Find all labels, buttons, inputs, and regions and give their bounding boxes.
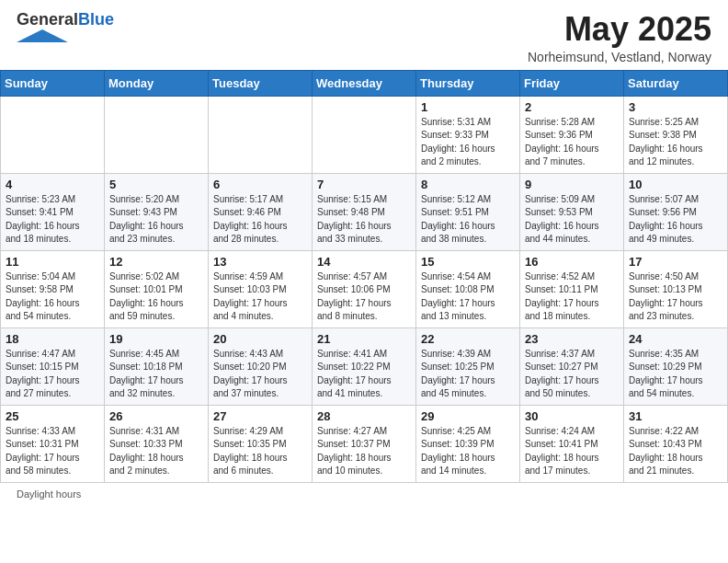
table-row: 14Sunrise: 4:57 AM Sunset: 10:06 PM Dayl…: [313, 250, 416, 327]
calendar-week-row: 25Sunrise: 4:33 AM Sunset: 10:31 PM Dayl…: [1, 405, 728, 482]
day-info: Sunrise: 4:35 AM Sunset: 10:29 PM Daylig…: [629, 348, 722, 401]
day-number: 11: [6, 255, 99, 269]
day-info: Sunrise: 5:07 AM Sunset: 9:56 PM Dayligh…: [629, 193, 722, 247]
calendar-header-row: Sunday Monday Tuesday Wednesday Thursday…: [1, 70, 728, 96]
day-number: 23: [525, 332, 619, 346]
table-row: 13Sunrise: 4:59 AM Sunset: 10:03 PM Dayl…: [209, 250, 313, 327]
logo-icon: [17, 29, 68, 42]
day-number: 2: [525, 100, 619, 114]
day-info: Sunrise: 4:59 AM Sunset: 10:03 PM Daylig…: [213, 270, 307, 324]
day-info: Sunrise: 4:54 AM Sunset: 10:08 PM Daylig…: [421, 270, 515, 324]
table-row: 26Sunrise: 4:31 AM Sunset: 10:33 PM Dayl…: [105, 405, 209, 482]
day-number: 25: [6, 409, 99, 423]
table-row: 22Sunrise: 4:39 AM Sunset: 10:25 PM Dayl…: [416, 327, 520, 405]
day-number: 14: [317, 255, 411, 269]
table-row: 19Sunrise: 4:45 AM Sunset: 10:18 PM Dayl…: [105, 327, 209, 405]
day-info: Sunrise: 4:31 AM Sunset: 10:33 PM Daylig…: [109, 425, 203, 478]
col-thursday: Thursday: [416, 70, 520, 96]
day-info: Sunrise: 5:31 AM Sunset: 9:33 PM Dayligh…: [421, 116, 515, 169]
svg-marker-0: [17, 29, 68, 42]
table-row: [209, 96, 313, 173]
calendar-table: Sunday Monday Tuesday Wednesday Thursday…: [0, 70, 728, 483]
table-row: 25Sunrise: 4:33 AM Sunset: 10:31 PM Dayl…: [1, 405, 105, 482]
day-number: 4: [6, 178, 99, 191]
day-info: Sunrise: 4:37 AM Sunset: 10:27 PM Daylig…: [525, 348, 619, 401]
day-number: 24: [629, 332, 722, 346]
col-wednesday: Wednesday: [313, 70, 416, 96]
table-row: 11Sunrise: 5:04 AM Sunset: 9:58 PM Dayli…: [1, 250, 105, 327]
day-info: Sunrise: 4:41 AM Sunset: 10:22 PM Daylig…: [317, 348, 411, 401]
day-number: 22: [421, 332, 515, 346]
day-info: Sunrise: 4:57 AM Sunset: 10:06 PM Daylig…: [317, 270, 411, 324]
table-row: 31Sunrise: 4:22 AM Sunset: 10:43 PM Dayl…: [624, 405, 728, 482]
table-row: 16Sunrise: 4:52 AM Sunset: 10:11 PM Dayl…: [520, 250, 624, 327]
day-number: 29: [421, 409, 515, 423]
day-info: Sunrise: 5:20 AM Sunset: 9:43 PM Dayligh…: [109, 193, 203, 247]
table-row: 9Sunrise: 5:09 AM Sunset: 9:53 PM Daylig…: [520, 173, 624, 250]
day-info: Sunrise: 4:50 AM Sunset: 10:13 PM Daylig…: [629, 270, 722, 324]
page-header: GeneralBlue May 2025 Norheimsund, Vestla…: [0, 0, 728, 70]
day-info: Sunrise: 5:04 AM Sunset: 9:58 PM Dayligh…: [6, 270, 99, 324]
table-row: 7Sunrise: 5:15 AM Sunset: 9:48 PM Daylig…: [313, 173, 416, 250]
calendar-week-row: 18Sunrise: 4:47 AM Sunset: 10:15 PM Dayl…: [1, 327, 728, 405]
table-row: [313, 96, 416, 173]
table-row: 23Sunrise: 4:37 AM Sunset: 10:27 PM Dayl…: [520, 327, 624, 405]
day-info: Sunrise: 5:15 AM Sunset: 9:48 PM Dayligh…: [317, 193, 411, 247]
logo: GeneralBlue: [17, 11, 114, 46]
day-number: 16: [525, 255, 619, 269]
day-info: Sunrise: 5:09 AM Sunset: 9:53 PM Dayligh…: [525, 193, 619, 247]
day-number: 1: [421, 100, 515, 114]
logo-blue-text: Blue: [78, 10, 114, 29]
table-row: 6Sunrise: 5:17 AM Sunset: 9:46 PM Daylig…: [209, 173, 313, 250]
table-row: 1Sunrise: 5:31 AM Sunset: 9:33 PM Daylig…: [416, 96, 520, 173]
calendar-week-row: 1Sunrise: 5:31 AM Sunset: 9:33 PM Daylig…: [1, 96, 728, 173]
day-number: 26: [109, 409, 203, 423]
table-row: [105, 96, 209, 173]
day-info: Sunrise: 5:02 AM Sunset: 10:01 PM Daylig…: [109, 270, 203, 324]
day-info: Sunrise: 4:52 AM Sunset: 10:11 PM Daylig…: [525, 270, 619, 324]
footer: Daylight hours: [0, 483, 728, 505]
day-info: Sunrise: 5:17 AM Sunset: 9:46 PM Dayligh…: [213, 193, 307, 247]
day-info: Sunrise: 4:22 AM Sunset: 10:43 PM Daylig…: [629, 425, 722, 478]
table-row: 27Sunrise: 4:29 AM Sunset: 10:35 PM Dayl…: [209, 405, 313, 482]
day-number: 27: [213, 409, 307, 423]
table-row: 12Sunrise: 5:02 AM Sunset: 10:01 PM Dayl…: [105, 250, 209, 327]
day-number: 21: [317, 332, 411, 346]
calendar-week-row: 11Sunrise: 5:04 AM Sunset: 9:58 PM Dayli…: [1, 250, 728, 327]
day-number: 15: [421, 255, 515, 269]
day-number: 7: [317, 178, 411, 191]
daylight-label: Daylight hours: [17, 488, 81, 500]
day-number: 5: [109, 178, 203, 191]
table-row: 15Sunrise: 4:54 AM Sunset: 10:08 PM Dayl…: [416, 250, 520, 327]
logo-general-text: General: [17, 10, 78, 29]
day-number: 12: [109, 255, 203, 269]
table-row: 3Sunrise: 5:25 AM Sunset: 9:38 PM Daylig…: [624, 96, 728, 173]
day-info: Sunrise: 4:27 AM Sunset: 10:37 PM Daylig…: [317, 425, 411, 478]
day-number: 17: [629, 255, 722, 269]
day-number: 18: [6, 332, 99, 346]
table-row: 8Sunrise: 5:12 AM Sunset: 9:51 PM Daylig…: [416, 173, 520, 250]
day-info: Sunrise: 4:43 AM Sunset: 10:20 PM Daylig…: [213, 348, 307, 401]
col-sunday: Sunday: [1, 70, 105, 96]
day-info: Sunrise: 4:24 AM Sunset: 10:41 PM Daylig…: [525, 425, 619, 478]
day-number: 30: [525, 409, 619, 423]
day-number: 6: [213, 178, 307, 191]
table-row: 17Sunrise: 4:50 AM Sunset: 10:13 PM Dayl…: [624, 250, 728, 327]
day-info: Sunrise: 5:25 AM Sunset: 9:38 PM Dayligh…: [629, 116, 722, 169]
day-info: Sunrise: 4:45 AM Sunset: 10:18 PM Daylig…: [109, 348, 203, 401]
day-info: Sunrise: 4:39 AM Sunset: 10:25 PM Daylig…: [421, 348, 515, 401]
table-row: 20Sunrise: 4:43 AM Sunset: 10:20 PM Dayl…: [209, 327, 313, 405]
calendar-week-row: 4Sunrise: 5:23 AM Sunset: 9:41 PM Daylig…: [1, 173, 728, 250]
table-row: 30Sunrise: 4:24 AM Sunset: 10:41 PM Dayl…: [520, 405, 624, 482]
location-subtitle: Norheimsund, Vestland, Norway: [528, 50, 711, 64]
col-monday: Monday: [105, 70, 209, 96]
day-info: Sunrise: 5:12 AM Sunset: 9:51 PM Dayligh…: [421, 193, 515, 247]
day-info: Sunrise: 4:25 AM Sunset: 10:39 PM Daylig…: [421, 425, 515, 478]
day-info: Sunrise: 4:29 AM Sunset: 10:35 PM Daylig…: [213, 425, 307, 478]
day-number: 10: [629, 178, 722, 191]
day-number: 9: [525, 178, 619, 191]
table-row: 5Sunrise: 5:20 AM Sunset: 9:43 PM Daylig…: [105, 173, 209, 250]
day-number: 28: [317, 409, 411, 423]
table-row: 18Sunrise: 4:47 AM Sunset: 10:15 PM Dayl…: [1, 327, 105, 405]
day-number: 13: [213, 255, 307, 269]
